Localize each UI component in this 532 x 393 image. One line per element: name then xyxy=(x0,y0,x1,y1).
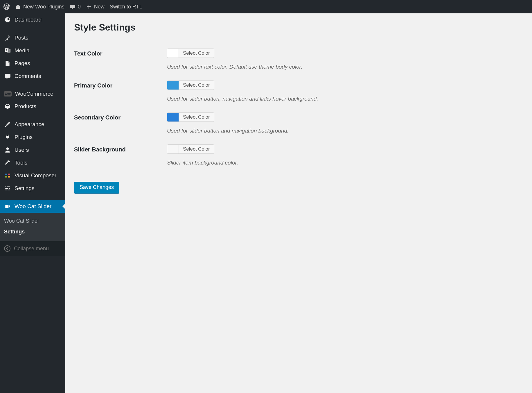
collapse-menu[interactable]: Collapse menu xyxy=(0,241,65,256)
sidebar-item-tools[interactable]: Tools xyxy=(0,156,65,169)
submenu-item-settings[interactable]: Settings xyxy=(0,226,65,237)
sidebar-item-label: Pages xyxy=(15,60,30,67)
color-swatch xyxy=(167,113,179,122)
site-name: New Woo Plugins xyxy=(23,4,64,10)
sidebar-item-label: Visual Composer xyxy=(15,172,56,179)
site-link[interactable]: New Woo Plugins xyxy=(15,4,64,10)
setting-label: Text Color xyxy=(74,43,164,75)
woo-icon: woo xyxy=(4,91,12,97)
sidebar-item-settings[interactable]: Settings xyxy=(0,182,65,195)
sidebar-item-plugins[interactable]: Plugins xyxy=(0,131,65,144)
comments-link[interactable]: 0 xyxy=(70,4,81,10)
vc-icon xyxy=(4,172,11,179)
admin-bar: New Woo Plugins 0 New Switch to RTL xyxy=(0,0,532,13)
home-icon xyxy=(15,4,21,10)
sidebar-item-users[interactable]: Users xyxy=(0,144,65,156)
user-icon xyxy=(4,147,11,153)
sidebar-item-comments[interactable]: Comments xyxy=(0,70,65,83)
settings-row: Primary Color Select Color Used for slid… xyxy=(74,75,523,107)
dashboard-icon xyxy=(4,16,11,23)
select-color-button[interactable]: Select Color xyxy=(179,145,214,153)
sidebar-item-label: Products xyxy=(15,103,36,110)
settings-row: Secondary Color Select Color Used for sl… xyxy=(74,107,523,139)
sidebar-item-label: Dashboard xyxy=(15,17,42,23)
setting-label: Slider Background xyxy=(74,139,164,171)
admin-sidebar: Dashboard Posts Media Pages Comments woo… xyxy=(0,13,65,393)
sidebar-item-label: Woo Cat Slider xyxy=(15,203,51,210)
sidebar-item-label: Users xyxy=(15,147,29,153)
sidebar-item-label: Tools xyxy=(15,160,27,166)
color-swatch xyxy=(167,145,179,153)
box-icon xyxy=(4,103,11,110)
sidebar-item-visual-composer[interactable]: Visual Composer xyxy=(0,169,65,182)
setting-description: Slider item background color. xyxy=(167,160,520,166)
sidebar-item-label: WooCommerce xyxy=(15,91,53,97)
collapse-icon xyxy=(4,245,10,252)
sidebar-item-label: Posts xyxy=(15,35,28,41)
settings-row: Slider Background Select Color Slider it… xyxy=(74,139,523,171)
comments-count: 0 xyxy=(78,4,81,10)
sidebar-item-label: Appearance xyxy=(15,121,44,128)
setting-description: Used for slider button and navigation ba… xyxy=(167,128,520,134)
sidebar-item-pages[interactable]: Pages xyxy=(0,57,65,70)
page-icon xyxy=(4,60,11,67)
rtl-toggle[interactable]: Switch to RTL xyxy=(110,4,142,10)
brush-icon xyxy=(4,121,11,128)
color-picker[interactable]: Select Color xyxy=(167,144,214,154)
color-picker[interactable]: Select Color xyxy=(167,49,214,58)
sidebar-item-posts[interactable]: Posts xyxy=(0,31,65,44)
plus-icon xyxy=(86,4,92,10)
sidebar-item-woocommerce[interactable]: woo WooCommerce xyxy=(0,88,65,100)
color-swatch xyxy=(167,81,179,90)
comment-icon xyxy=(4,73,11,80)
page-title: Style Settings xyxy=(74,22,523,33)
new-label: New xyxy=(94,4,105,10)
color-picker[interactable]: Select Color xyxy=(167,81,214,90)
submenu-item-woo-cat-slider[interactable]: Woo Cat Slider xyxy=(0,216,65,226)
new-link[interactable]: New xyxy=(86,4,105,10)
sidebar-item-products[interactable]: Products xyxy=(0,100,65,113)
collapse-label: Collapse menu xyxy=(14,246,49,252)
settings-table: Text Color Select Color Used for slider … xyxy=(74,43,523,171)
sidebar-item-appearance[interactable]: Appearance xyxy=(0,118,65,131)
color-picker[interactable]: Select Color xyxy=(167,112,214,122)
sidebar-item-label: Settings xyxy=(15,185,35,192)
comment-icon xyxy=(70,4,76,10)
setting-label: Primary Color xyxy=(74,75,164,107)
sliders-icon xyxy=(4,185,11,192)
settings-row: Text Color Select Color Used for slider … xyxy=(74,43,523,75)
main-content: Style Settings Text Color Select Color U… xyxy=(65,13,532,393)
submenu: Woo Cat Slider Settings xyxy=(0,213,65,241)
wrench-icon xyxy=(4,159,11,166)
sidebar-item-media[interactable]: Media xyxy=(0,44,65,57)
wordpress-icon xyxy=(3,3,10,10)
select-color-button[interactable]: Select Color xyxy=(179,49,214,57)
color-swatch xyxy=(167,49,179,58)
sidebar-item-label: Plugins xyxy=(15,134,33,140)
sidebar-item-label: Media xyxy=(15,47,30,54)
sidebar-item-label: Comments xyxy=(15,73,41,79)
setting-description: Used for slider button, navigation and l… xyxy=(167,96,520,102)
sidebar-item-dashboard[interactable]: Dashboard xyxy=(0,13,65,26)
media-icon xyxy=(4,47,11,54)
select-color-button[interactable]: Select Color xyxy=(179,113,214,121)
setting-description: Used for slider text color. Default use … xyxy=(167,64,520,70)
wp-logo[interactable] xyxy=(3,3,10,10)
pin-icon xyxy=(4,34,11,41)
plug-icon xyxy=(4,134,11,141)
save-button[interactable]: Save Changes xyxy=(74,182,119,194)
select-color-button[interactable]: Select Color xyxy=(179,81,214,89)
sidebar-item-woo-cat-slider[interactable]: Woo Cat Slider xyxy=(0,200,65,213)
setting-label: Secondary Color xyxy=(74,107,164,139)
slider-icon xyxy=(4,203,11,210)
rtl-label: Switch to RTL xyxy=(110,4,142,10)
